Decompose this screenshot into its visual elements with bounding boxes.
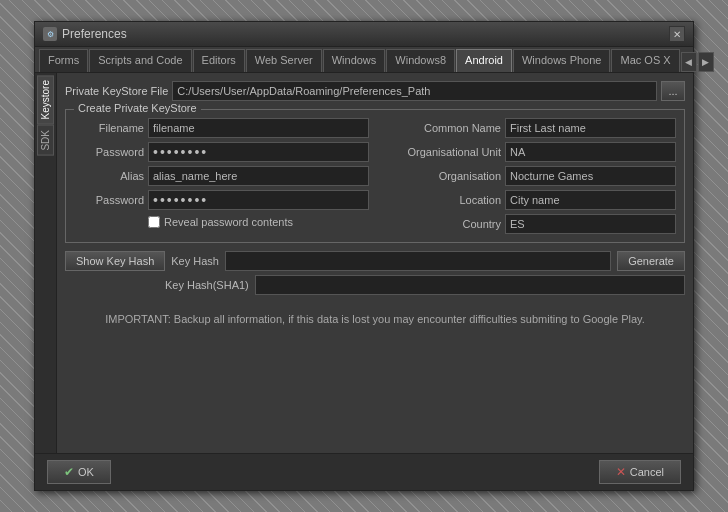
alias-row: Alias [74, 166, 369, 186]
key-hash-label: Key Hash [171, 255, 219, 267]
generate-button[interactable]: Generate [617, 251, 685, 271]
tab-scripts-code[interactable]: Scripts and Code [89, 49, 191, 71]
tab-windows8[interactable]: Windows8 [386, 49, 455, 71]
important-notice: IMPORTANT: Backup all information, if th… [65, 303, 685, 335]
tab-windows[interactable]: Windows [323, 49, 386, 71]
sha1-input[interactable] [255, 275, 685, 295]
keystore-label: Private KeyStore File [65, 85, 168, 97]
password2-label: Password [74, 194, 144, 206]
password-label: Password [74, 146, 144, 158]
password-input[interactable] [148, 142, 369, 162]
country-row: Country [381, 214, 676, 234]
password2-input[interactable] [148, 190, 369, 210]
sha1-row: Key Hash(SHA1) [165, 275, 685, 295]
org-input[interactable] [505, 166, 676, 186]
group-box-title: Create Private KeyStore [74, 102, 201, 114]
preferences-dialog: ⚙ Preferences ✕ Forms Scripts and Code E… [34, 21, 694, 490]
keystore-path-input[interactable] [172, 81, 657, 101]
dialog-title: Preferences [62, 27, 127, 41]
location-label: Location [381, 194, 501, 206]
org-unit-label: Organisational Unit [381, 146, 501, 158]
country-input[interactable] [505, 214, 676, 234]
create-keystore-group: Create Private KeyStore Filename Passwor… [65, 109, 685, 243]
close-button[interactable]: ✕ [669, 26, 685, 42]
common-name-input[interactable] [505, 118, 676, 138]
filename-row: Filename [74, 118, 369, 138]
title-bar: ⚙ Preferences ✕ [35, 22, 693, 47]
title-bar-left: ⚙ Preferences [43, 27, 127, 41]
filename-label: Filename [74, 122, 144, 134]
ok-checkmark-icon: ✔ [64, 465, 74, 479]
alias-label: Alias [74, 170, 144, 182]
key-hash-row: Show Key Hash Key Hash Generate [65, 251, 685, 271]
location-row: Location [381, 190, 676, 210]
browse-button[interactable]: ... [661, 81, 685, 101]
side-tab-keystore[interactable]: Keystore [37, 75, 54, 124]
tab-nav-buttons: ◀ ▶ [681, 52, 714, 72]
cancel-button[interactable]: ✕ Cancel [599, 460, 681, 484]
filename-input[interactable] [148, 118, 369, 138]
password2-row: Password [74, 190, 369, 210]
dialog-icon: ⚙ [43, 27, 57, 41]
cancel-label: Cancel [630, 466, 664, 478]
tab-bar: Forms Scripts and Code Editors Web Serve… [35, 47, 693, 72]
form-col-right: Common Name Organisational Unit Organisa… [381, 118, 676, 234]
tab-editors[interactable]: Editors [193, 49, 245, 71]
form-col-left: Filename Password Alias Password [74, 118, 369, 234]
key-hash-input[interactable] [225, 251, 611, 271]
tab-prev-button[interactable]: ◀ [681, 52, 697, 72]
show-key-hash-button[interactable]: Show Key Hash [65, 251, 165, 271]
cancel-x-icon: ✕ [616, 465, 626, 479]
tab-android[interactable]: Android [456, 49, 512, 71]
org-unit-row: Organisational Unit [381, 142, 676, 162]
side-tabs: Keystore SDK [35, 73, 57, 453]
country-label: Country [381, 218, 501, 230]
main-content: Private KeyStore File ... Create Private… [57, 73, 693, 453]
tab-next-button[interactable]: ▶ [698, 52, 714, 72]
ok-label: OK [78, 466, 94, 478]
org-unit-input[interactable] [505, 142, 676, 162]
content-area: Keystore SDK Private KeyStore File ... C… [35, 73, 693, 453]
org-label: Organisation [381, 170, 501, 182]
ok-button[interactable]: ✔ OK [47, 460, 111, 484]
alias-input[interactable] [148, 166, 369, 186]
form-grid: Filename Password Alias Password [74, 118, 676, 234]
tab-windows-phone[interactable]: Windows Phone [513, 49, 611, 71]
org-row: Organisation [381, 166, 676, 186]
password-row: Password [74, 142, 369, 162]
common-name-row: Common Name [381, 118, 676, 138]
tab-web-server[interactable]: Web Server [246, 49, 322, 71]
key-hash-section: Show Key Hash Key Hash Generate Key Hash… [65, 251, 685, 295]
location-input[interactable] [505, 190, 676, 210]
tab-forms[interactable]: Forms [39, 49, 88, 71]
reveal-password-checkbox[interactable] [148, 216, 160, 228]
tab-mac-osx[interactable]: Mac OS X [611, 49, 679, 71]
sha1-label: Key Hash(SHA1) [165, 279, 249, 291]
side-tab-sdk[interactable]: SDK [37, 125, 54, 156]
keystore-row: Private KeyStore File ... [65, 81, 685, 101]
bottom-bar: ✔ OK ✕ Cancel [35, 453, 693, 490]
reveal-password-label: Reveal password contents [164, 216, 293, 228]
common-name-label: Common Name [381, 122, 501, 134]
reveal-password-row: Reveal password contents [148, 216, 369, 228]
